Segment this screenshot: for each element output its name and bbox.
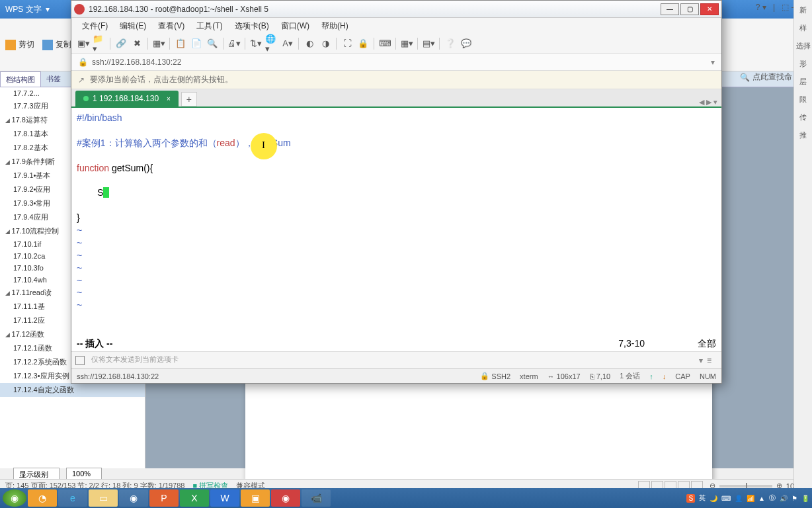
find-area[interactable]: 🔍 点此查找命	[740, 71, 792, 83]
address-bar[interactable]: 🔒 ssh://192.168.184.130:22 ▾	[71, 54, 721, 71]
tray-bt-icon[interactable]: ⓑ	[769, 493, 776, 503]
menu-item[interactable]: 选项卡(B)	[229, 19, 274, 33]
find-icon[interactable]: 🔍	[206, 37, 219, 50]
tray-flag-icon[interactable]: ⚑	[792, 495, 797, 502]
compose-dropdown-icon[interactable]: ▾	[699, 356, 703, 365]
term-line-5: }	[77, 212, 716, 224]
keyboard-tb-icon[interactable]: ⌨	[378, 37, 391, 50]
tab-bookmarks[interactable]: 书签	[41, 71, 66, 87]
term-tilde-6: ~	[77, 286, 716, 299]
lock-tb-icon[interactable]: 🔒	[356, 37, 370, 50]
system-tray[interactable]: S 英 🌙 ⌨ 👤 📶 ▲ ⓑ 🔊 ⚑ 🔋	[686, 493, 809, 503]
status-proto: 🔒 SSH2	[480, 372, 510, 380]
tray-keyboard-icon[interactable]: ⌨	[721, 495, 731, 502]
right-panel-btn[interactable]: 限	[799, 95, 807, 105]
status-conn: ssh://192.168.184.130:22	[77, 372, 471, 380]
copy-button[interactable]: 复制	[42, 39, 71, 50]
tray-vol-icon[interactable]: 🔊	[780, 495, 788, 502]
print-icon[interactable]: 🖨▾	[227, 37, 241, 50]
term-line-blank2	[77, 149, 716, 162]
status-up-icon[interactable]: ↑	[649, 372, 653, 380]
menu-item[interactable]: 查看(V)	[153, 19, 190, 33]
zoom-slider[interactable]	[719, 485, 772, 487]
tray-sogou-icon[interactable]: S	[686, 494, 695, 503]
tab-nav[interactable]: ◀ ▶ ▾	[699, 98, 717, 106]
help-icon[interactable]: ? ▾	[756, 3, 766, 12]
taskbar-ie[interactable]: e	[58, 489, 87, 507]
menu-item[interactable]: 文件(F)	[77, 19, 113, 33]
taskbar-chrome[interactable]: ◉	[119, 489, 148, 507]
menu-item[interactable]: 编辑(E)	[114, 19, 151, 33]
right-panel-btn[interactable]: 传	[799, 112, 807, 122]
taskbar-xshell[interactable]: ◉	[271, 489, 300, 507]
fullscreen-icon[interactable]: ⛶	[341, 37, 354, 50]
hint-text: 要添加当前会话，点击左侧的箭头按钮。	[90, 74, 233, 85]
taskbar-ppt[interactable]: P	[149, 489, 179, 507]
addr-dropdown-icon[interactable]: ▾	[711, 58, 715, 67]
xshell-titlebar[interactable]: 192.168.184.130 - root@hadoop1:~/shell -…	[71, 1, 721, 18]
taskbar-excel[interactable]: X	[180, 489, 209, 507]
cascade-icon[interactable]: ▤▾	[422, 37, 435, 50]
open-icon[interactable]: 📁▾	[93, 37, 106, 50]
tab-structure[interactable]: 档结构图	[0, 71, 41, 87]
close-button[interactable]: ✕	[700, 3, 719, 15]
taskbar-explorer[interactable]: ▭	[89, 489, 118, 507]
properties-icon[interactable]: ▦▾	[152, 37, 165, 50]
xshell-title: 192.168.184.130 - root@hadoop1:~/shell -…	[89, 5, 659, 14]
right-panel-btn[interactable]: 推	[799, 130, 807, 140]
tab-close-icon[interactable]: ×	[167, 95, 171, 103]
tray-up-icon[interactable]: ▲	[758, 495, 765, 502]
color1-icon[interactable]: ◐	[303, 37, 316, 50]
menu-item[interactable]: 工具(T)	[191, 19, 227, 33]
term-tilde-2: ~	[77, 237, 716, 249]
tray-user-icon[interactable]: 👤	[735, 495, 743, 502]
right-panel-btn[interactable]: 层	[799, 77, 807, 87]
disconnect-icon[interactable]: ✖	[130, 37, 143, 50]
status-down-icon[interactable]: ↓	[663, 372, 667, 380]
layout-icon[interactable]: ▦▾	[400, 37, 413, 50]
reconnect-icon[interactable]: 🔗	[114, 37, 128, 50]
right-panel-btn[interactable]: 形	[799, 59, 807, 69]
transfer-icon[interactable]: ⇅▾	[249, 37, 263, 50]
taskbar-vm[interactable]: ▣	[241, 489, 270, 507]
compose-menu-icon[interactable]: ≡	[707, 356, 717, 365]
minimize-button[interactable]: —	[661, 3, 679, 15]
copy-tb-icon[interactable]: 📋	[174, 37, 187, 50]
tab-label: 1 192.168.184.130	[93, 94, 159, 103]
term-tilde-4: ~	[77, 262, 716, 275]
right-panel-btn[interactable]: 新	[799, 5, 807, 15]
terminal[interactable]: I #!/bin/bash #案例1：计算输入两个参数的和（read）， get…	[71, 106, 721, 337]
send-all-checkbox[interactable]	[75, 356, 85, 365]
term-tilde-3: ~	[77, 249, 716, 262]
tree-item[interactable]: 17.12.4自定义函数	[0, 383, 145, 397]
taskbar-camera[interactable]: 📹	[302, 489, 331, 507]
chat-icon[interactable]: 💬	[460, 37, 473, 50]
tray-moon-icon[interactable]: 🌙	[710, 495, 717, 502]
new-session-icon[interactable]: ▣▾	[77, 37, 90, 50]
start-button[interactable]: ◉	[3, 489, 26, 507]
cut-button[interactable]: 剪切	[5, 39, 34, 50]
vim-scroll: 全部	[698, 338, 716, 350]
tray-net-icon[interactable]: 📶	[747, 495, 754, 502]
compose-input[interactable]: 仅将文本发送到当前选项卡	[89, 355, 695, 366]
tray-batt-icon[interactable]: 🔋	[801, 495, 809, 502]
terminal-cursor	[103, 187, 109, 198]
new-tab-button[interactable]: +	[181, 92, 197, 106]
taskbar-wps[interactable]: W	[210, 489, 239, 507]
term-line-2: #案例1：计算输入两个参数的和（read）， getSum	[77, 137, 716, 149]
paste-tb-icon[interactable]: 📄	[190, 37, 203, 50]
taskbar-app-1[interactable]: ◔	[28, 489, 57, 507]
menu-item[interactable]: 帮助(H)	[316, 19, 354, 33]
help-tb-icon[interactable]: ❔	[444, 37, 457, 50]
color2-icon[interactable]: ◑	[319, 37, 332, 50]
arrow-icon[interactable]: ↗	[78, 75, 85, 85]
restore-icon[interactable]: ⬚	[782, 3, 789, 12]
maximize-button[interactable]: ▢	[680, 3, 699, 15]
globe-icon[interactable]: 🌐▾	[265, 37, 278, 50]
menu-item[interactable]: 窗口(W)	[276, 19, 315, 33]
font-icon[interactable]: A▾	[281, 37, 294, 50]
right-panel-btn[interactable]: 选择	[796, 41, 811, 51]
session-tab-1[interactable]: 1 192.168.184.130 ×	[75, 91, 179, 106]
tray-ime[interactable]: 英	[699, 493, 706, 503]
right-panel-btn[interactable]: 样	[799, 23, 807, 33]
